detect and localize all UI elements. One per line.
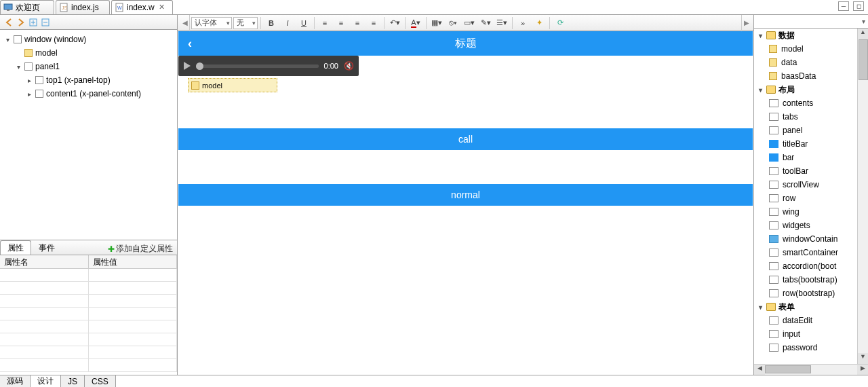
outline-node-content1[interactable]: ▸content1 (x-panel-content) (23, 87, 176, 100)
refresh-button[interactable]: ⟳ (553, 16, 568, 30)
align-left-button[interactable]: ≡ (317, 16, 332, 30)
palette-item[interactable]: tabs (754, 110, 857, 124)
arrow-left-icon[interactable] (4, 18, 14, 27)
clear-format-button[interactable]: ⦸▾ (446, 16, 460, 30)
tab-indexjs[interactable]: JS index.js (56, 0, 110, 14)
align-center-button[interactable]: ≡ (334, 16, 349, 30)
box-icon (35, 90, 43, 98)
palette-item[interactable]: dataEdit (754, 314, 857, 327)
font-select[interactable]: 认字体 (191, 17, 232, 29)
title-bar[interactable]: ‹ 标题 (178, 31, 753, 56)
palette-hscrollbar[interactable]: ◀ ▶ (754, 364, 868, 375)
palette-item[interactable]: titleBar (754, 137, 857, 151)
data-icon (769, 72, 777, 80)
underline-button[interactable]: U (296, 16, 311, 30)
palette-list[interactable]: ▾数据 model data baasData ▾布局 contents tab… (754, 29, 857, 364)
tab-source[interactable]: 源码 (0, 375, 31, 387)
palette-item[interactable]: smartContainer (754, 246, 857, 259)
left-column: ▾window (window) model ▾panel1 ▸top1 (x-… (0, 15, 178, 375)
run-button[interactable]: » (515, 16, 530, 30)
palette-item[interactable]: contents (754, 96, 857, 110)
palette-item[interactable]: row(bootstrap) (754, 287, 857, 300)
magic-button[interactable]: ✦ (532, 16, 547, 30)
palette-item[interactable]: model (754, 42, 857, 56)
palette-item[interactable]: password (754, 341, 857, 354)
audio-player[interactable]: 0:00 (178, 56, 359, 76)
arrow-right-icon[interactable] (16, 18, 26, 27)
collapse-icon[interactable] (41, 18, 50, 27)
scroll-right-icon[interactable]: ▶ (857, 365, 868, 375)
undo-button[interactable]: ↶▾ (387, 16, 402, 30)
italic-button[interactable]: I (280, 16, 295, 30)
palette-item[interactable]: accordion(boot (754, 259, 857, 273)
scroll-left-icon[interactable]: ◀ (180, 15, 190, 31)
palette-item[interactable]: panel (754, 124, 857, 137)
component-icon (769, 316, 778, 325)
palette-item[interactable]: bar (754, 151, 857, 164)
tab-css[interactable]: CSS (85, 375, 116, 387)
tab-welcome[interactable]: 欢迎页 (0, 0, 54, 14)
component-icon (769, 289, 778, 297)
font-color-button[interactable]: A▾ (408, 16, 423, 30)
border-button[interactable]: ▭▾ (462, 16, 477, 30)
palette-item[interactable]: toolBar (754, 164, 857, 178)
list-button[interactable]: ☰▾ (494, 16, 509, 30)
align-right-button[interactable]: ≡ (350, 16, 365, 30)
rich-text-toolbar: ◀ 认字体 无 B I U ≡ ≡ ≡ ≡ ↶▾ A▾ ▦▾ ⦸▾ ▭▾ ✎▾ … (178, 15, 753, 31)
model-component[interactable]: model (188, 78, 277, 92)
palette-item[interactable]: baasData (754, 69, 857, 83)
palette-dropdown[interactable]: ▾ (754, 15, 868, 29)
scroll-up-icon[interactable]: ▲ (858, 29, 868, 39)
category-layout[interactable]: ▾布局 (754, 83, 857, 96)
draw-button[interactable]: ✎▾ (478, 16, 493, 30)
normal-button[interactable]: normal (178, 184, 753, 206)
font-size-select[interactable]: 无 (233, 17, 258, 29)
hscroll-thumb[interactable] (765, 365, 811, 373)
maximize-button[interactable]: ◻ (853, 1, 864, 11)
back-icon[interactable]: ‹ (188, 37, 192, 51)
twisty-icon[interactable]: ▸ (26, 77, 33, 84)
palette-item[interactable]: scrollView (754, 178, 857, 191)
category-form[interactable]: ▾表单 (754, 300, 857, 314)
twisty-icon[interactable]: ▾ (15, 63, 22, 71)
properties-grid[interactable]: 属性名 属性值 (0, 255, 177, 375)
palette-item[interactable]: row (754, 191, 857, 205)
tab-attributes[interactable]: 属性 (0, 240, 31, 255)
table-button[interactable]: ▦▾ (429, 16, 444, 30)
twisty-icon[interactable]: ▾ (4, 36, 11, 43)
minimize-button[interactable]: ─ (838, 1, 849, 11)
category-data[interactable]: ▾数据 (754, 29, 857, 42)
design-canvas[interactable]: ‹ 标题 0:00 model call normal (178, 31, 753, 375)
call-button[interactable]: call (178, 128, 753, 150)
palette-item[interactable]: widgets (754, 219, 857, 232)
palette-item[interactable]: data (754, 56, 857, 69)
palette-item[interactable]: tabs(bootstrap) (754, 273, 857, 287)
audio-track[interactable] (196, 64, 319, 68)
tab-design[interactable]: 设计 (31, 375, 61, 387)
expand-icon[interactable] (28, 18, 38, 27)
tab-events[interactable]: 事件 (31, 240, 62, 255)
outline-node-top1[interactable]: ▸top1 (x-panel-top) (23, 73, 176, 87)
close-icon[interactable]: × (157, 3, 167, 12)
mute-icon[interactable] (344, 61, 353, 71)
outline-tree[interactable]: ▾window (window) model ▾panel1 ▸top1 (x-… (0, 30, 177, 240)
tab-js[interactable]: JS (61, 375, 85, 387)
tab-indexw[interactable]: W index.w × (111, 0, 173, 14)
palette-item[interactable]: windowContain (754, 232, 857, 246)
justify-button[interactable]: ≡ (366, 16, 381, 30)
palette-vscrollbar[interactable]: ▲ ▼ (857, 29, 868, 364)
scroll-right-icon[interactable]: ▶ (741, 15, 751, 31)
bold-button[interactable]: B (264, 16, 279, 30)
outline-node-window[interactable]: ▾window (window) (1, 33, 176, 46)
audio-thumb[interactable] (196, 62, 203, 70)
outline-node-model[interactable]: model (12, 46, 176, 60)
palette-item[interactable]: wing (754, 205, 857, 219)
scroll-left-icon[interactable]: ◀ (754, 365, 765, 375)
scroll-down-icon[interactable]: ▼ (858, 353, 868, 364)
scroll-thumb[interactable] (859, 39, 868, 80)
add-custom-attr-button[interactable]: ✚添加自定义属性 (108, 243, 177, 255)
palette-item[interactable]: input (754, 327, 857, 341)
twisty-icon[interactable]: ▸ (26, 90, 33, 98)
play-icon[interactable] (184, 62, 191, 70)
outline-node-panel1[interactable]: ▾panel1 (12, 60, 176, 73)
